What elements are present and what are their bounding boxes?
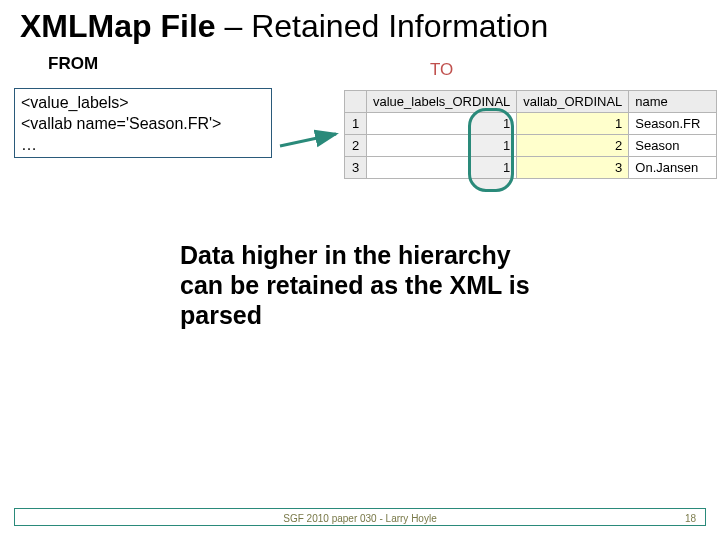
footer-citation: SGF 2010 paper 030 - Larry Hoyle <box>0 513 720 524</box>
table-row: 2 1 2 Season <box>345 135 717 157</box>
result-table: value_labels_ORDINAL vallab_ORDINAL name… <box>344 90 717 179</box>
cell: Season <box>629 135 717 157</box>
from-label: FROM <box>48 54 98 74</box>
cell: 3 <box>517 157 629 179</box>
page-number: 18 <box>685 513 696 524</box>
arrow-icon <box>278 128 346 154</box>
xml-source-box: <value_labels> <vallab name='Season.FR'>… <box>14 88 272 158</box>
xml-line: <vallab name='Season.FR'> <box>21 114 265 135</box>
svg-line-0 <box>280 134 336 146</box>
table-row: 3 1 3 On.Jansen <box>345 157 717 179</box>
title-rest: – Retained Information <box>216 8 549 44</box>
col-header: vallab_ORDINAL <box>517 91 629 113</box>
title-bold: XMLMap File <box>20 8 216 44</box>
xml-line: … <box>21 135 265 156</box>
row-index: 2 <box>345 135 367 157</box>
xml-line: <value_labels> <box>21 93 265 114</box>
to-label: TO <box>430 60 453 80</box>
row-index: 1 <box>345 113 367 135</box>
cell: 1 <box>367 135 517 157</box>
cell: 1 <box>517 113 629 135</box>
table-row: 1 1 1 Season.FR <box>345 113 717 135</box>
col-header: name <box>629 91 717 113</box>
cell: 2 <box>517 135 629 157</box>
table-corner <box>345 91 367 113</box>
cell: 1 <box>367 157 517 179</box>
caption-text: Data higher in the hierarchy can be reta… <box>180 240 560 330</box>
cell: 1 <box>367 113 517 135</box>
cell: On.Jansen <box>629 157 717 179</box>
slide-title: XMLMap File – Retained Information <box>0 0 720 49</box>
col-header: value_labels_ORDINAL <box>367 91 517 113</box>
row-index: 3 <box>345 157 367 179</box>
cell: Season.FR <box>629 113 717 135</box>
